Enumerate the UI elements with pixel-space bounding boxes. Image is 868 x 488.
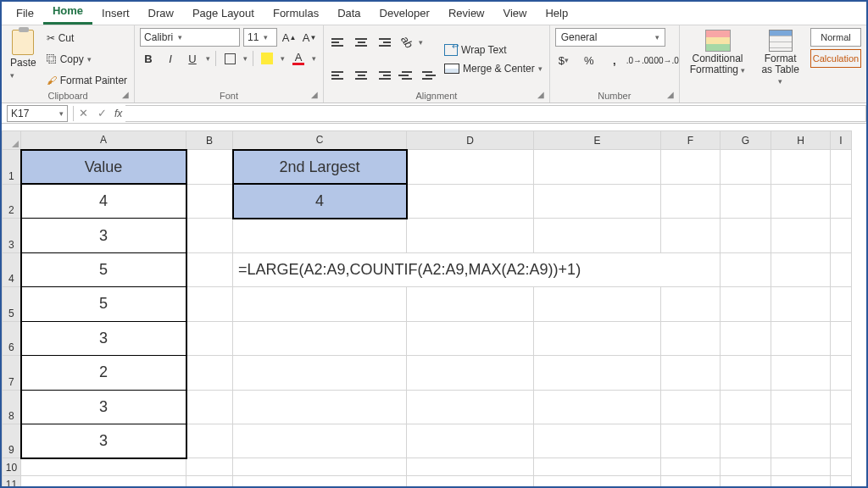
col-header-I[interactable]: I [831, 131, 852, 150]
cell-B5[interactable] [186, 287, 233, 321]
cell-B11[interactable] [186, 475, 233, 488]
row-header-9[interactable]: 9 [3, 424, 21, 458]
cell-A6[interactable]: 3 [21, 321, 186, 355]
decrease-decimal-button[interactable]: .00→.0 [657, 52, 674, 69]
increase-indent-button[interactable] [420, 67, 437, 84]
row-header-7[interactable]: 7 [3, 356, 21, 390]
col-header-H[interactable]: H [771, 131, 831, 150]
cell-C9[interactable] [233, 424, 407, 458]
cell-G10[interactable] [721, 458, 771, 475]
font-size-select[interactable]: 11▾ [243, 28, 277, 47]
cell-H4[interactable] [771, 252, 831, 286]
cell-B10[interactable] [186, 458, 233, 475]
select-all-corner[interactable] [3, 131, 21, 150]
align-middle-button[interactable] [353, 34, 370, 51]
cell-I2[interactable] [831, 184, 852, 218]
formula-input[interactable] [125, 105, 866, 122]
cell-B9[interactable] [186, 424, 233, 458]
increase-decimal-button[interactable]: .0→.00 [632, 52, 648, 69]
cell-C10[interactable] [233, 458, 407, 475]
cell-I6[interactable] [831, 321, 852, 355]
row-header-2[interactable]: 2 [3, 184, 21, 218]
enter-formula-button[interactable]: ✓ [92, 107, 111, 119]
cell-G4[interactable] [721, 252, 771, 286]
cell-D1[interactable] [407, 150, 534, 184]
grow-font-button[interactable]: A▲ [281, 29, 298, 46]
dialog-launcher-icon[interactable]: ◢ [537, 90, 544, 99]
cell-D5[interactable] [407, 287, 534, 321]
cell-H2[interactable] [771, 184, 831, 218]
cell-A8[interactable]: 3 [21, 390, 186, 424]
cell-I7[interactable] [831, 356, 852, 390]
cell-D10[interactable] [407, 458, 534, 475]
cell-D3[interactable] [407, 219, 534, 252]
cell-E6[interactable] [534, 321, 661, 355]
cell-C2[interactable]: 4 [233, 184, 407, 218]
col-header-E[interactable]: E [534, 131, 661, 150]
fill-color-button[interactable] [259, 50, 275, 67]
cell-E7[interactable] [534, 356, 661, 390]
cell-A3[interactable]: 3 [21, 219, 186, 252]
cell-D8[interactable] [407, 390, 534, 424]
cell-C8[interactable] [233, 390, 407, 424]
cell-B4[interactable] [186, 252, 233, 286]
cancel-formula-button[interactable]: ✕ [74, 107, 92, 119]
row-header-5[interactable]: 5 [3, 287, 21, 321]
decrease-indent-button[interactable] [398, 67, 415, 84]
bold-button[interactable]: B [140, 50, 157, 67]
align-top-button[interactable] [329, 34, 346, 51]
font-name-select[interactable]: Calibri▾ [140, 28, 240, 47]
cell-G2[interactable] [721, 184, 771, 218]
style-calculation[interactable]: Calculation [810, 49, 861, 68]
dialog-launcher-icon[interactable]: ◢ [667, 90, 674, 99]
align-right-button[interactable] [376, 67, 393, 84]
percent-button[interactable]: % [581, 52, 598, 69]
wrap-text-button[interactable]: Wrap Text [442, 43, 544, 57]
shrink-font-button[interactable]: A▼ [301, 29, 318, 46]
cell-H1[interactable] [771, 150, 831, 184]
cell-D2[interactable] [407, 184, 534, 218]
cell-I3[interactable] [831, 219, 852, 252]
cell-A1[interactable]: Value [21, 150, 186, 184]
cell-I11[interactable] [831, 475, 852, 488]
align-bottom-button[interactable] [376, 34, 393, 51]
merge-center-button[interactable]: Merge & Center ▾ [442, 62, 544, 75]
row-header-3[interactable]: 3 [3, 219, 21, 252]
cell-F9[interactable] [661, 424, 721, 458]
menu-developer[interactable]: Developer [370, 3, 439, 25]
cell-F1[interactable] [661, 150, 721, 184]
menu-insert[interactable]: Insert [92, 3, 139, 25]
cell-C7[interactable] [233, 356, 407, 390]
col-header-D[interactable]: D [407, 131, 534, 150]
row-header-1[interactable]: 1 [3, 150, 21, 184]
cell-B7[interactable] [186, 356, 233, 390]
paste-button[interactable]: Paste ▾ [7, 28, 40, 90]
menu-page-layout[interactable]: Page Layout [183, 3, 264, 25]
cell-E3[interactable] [534, 219, 661, 252]
cell-A7[interactable]: 2 [21, 356, 186, 390]
cell-D6[interactable] [407, 321, 534, 355]
cell-C3[interactable] [233, 219, 407, 252]
cell-F5[interactable] [661, 287, 721, 321]
cell-F3[interactable] [661, 219, 721, 252]
cell-H9[interactable] [771, 424, 831, 458]
cell-A5[interactable]: 5 [21, 287, 186, 321]
cell-I9[interactable] [831, 424, 852, 458]
cell-H7[interactable] [771, 356, 831, 390]
menu-formulas[interactable]: Formulas [264, 3, 328, 25]
cell-C6[interactable] [233, 321, 407, 355]
col-header-A[interactable]: A [21, 131, 186, 150]
worksheet-grid[interactable]: A B C D E F G H I 1 Value 2nd Largest 2 … [2, 130, 852, 488]
cell-A2[interactable]: 4 [21, 184, 186, 218]
align-left-button[interactable] [329, 67, 346, 84]
cell-A11[interactable] [21, 475, 186, 488]
menu-draw[interactable]: Draw [139, 3, 183, 25]
row-header-10[interactable]: 10 [3, 458, 21, 475]
cell-B2[interactable] [186, 184, 233, 218]
accounting-button[interactable]: $ ▾ [555, 52, 572, 69]
cell-I8[interactable] [831, 390, 852, 424]
conditional-formatting-button[interactable]: Conditional Formatting ▾ [685, 28, 751, 90]
row-header-6[interactable]: 6 [3, 321, 21, 355]
cell-E8[interactable] [534, 390, 661, 424]
cell-G6[interactable] [721, 321, 771, 355]
